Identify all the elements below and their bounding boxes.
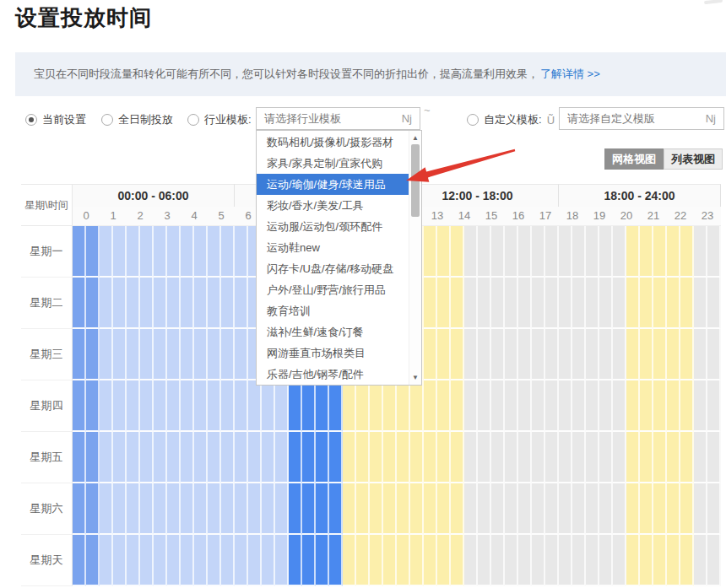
- time-cell[interactable]: [478, 329, 491, 380]
- time-cell[interactable]: [316, 535, 329, 586]
- time-cell[interactable]: [707, 278, 721, 329]
- dropdown-item[interactable]: 家具/家具定制/宜家代购: [257, 153, 409, 174]
- time-cell[interactable]: [559, 432, 572, 483]
- time-cell[interactable]: [694, 483, 707, 535]
- time-cell[interactable]: [208, 380, 221, 432]
- time-cell[interactable]: [73, 380, 86, 432]
- time-cell[interactable]: [181, 535, 194, 586]
- time-cell[interactable]: [626, 226, 640, 278]
- time-cell[interactable]: [586, 380, 599, 432]
- time-cell[interactable]: [73, 483, 86, 535]
- time-cell[interactable]: [235, 535, 248, 586]
- time-cell[interactable]: [221, 278, 235, 329]
- time-cell[interactable]: [113, 432, 127, 483]
- time-cell[interactable]: [437, 432, 451, 483]
- time-cell[interactable]: [559, 278, 572, 329]
- time-cell[interactable]: [518, 329, 532, 380]
- dropdown-item[interactable]: 彩妆/香水/美发/工具: [257, 195, 409, 216]
- time-cell[interactable]: [437, 329, 451, 380]
- time-cell[interactable]: [707, 432, 721, 483]
- time-cell[interactable]: [221, 535, 235, 586]
- time-cell[interactable]: [505, 329, 518, 380]
- dropdown-item[interactable]: 运动服/运动包/颈环配件: [257, 216, 409, 237]
- time-cell[interactable]: [140, 483, 154, 535]
- time-cell[interactable]: [208, 535, 221, 586]
- time-cell[interactable]: [599, 483, 613, 535]
- time-cell[interactable]: [221, 483, 235, 535]
- time-cell[interactable]: [572, 226, 586, 278]
- time-cell[interactable]: [491, 226, 505, 278]
- time-cell[interactable]: [464, 226, 478, 278]
- time-cell[interactable]: [73, 278, 86, 329]
- time-cell[interactable]: [194, 535, 208, 586]
- time-cell[interactable]: [667, 432, 680, 483]
- time-cell[interactable]: [464, 278, 478, 329]
- time-cell[interactable]: [154, 226, 167, 278]
- time-cell[interactable]: [397, 432, 410, 483]
- time-cell[interactable]: [505, 278, 518, 329]
- time-cell[interactable]: [572, 278, 586, 329]
- time-cell[interactable]: [680, 483, 694, 535]
- time-cell[interactable]: [127, 380, 140, 432]
- time-cell[interactable]: [302, 380, 316, 432]
- time-cell[interactable]: [586, 226, 599, 278]
- time-cell[interactable]: [113, 226, 127, 278]
- time-cell[interactable]: [100, 380, 113, 432]
- time-cell[interactable]: [248, 432, 262, 483]
- time-cell[interactable]: [518, 380, 532, 432]
- time-cell[interactable]: [613, 535, 626, 586]
- time-cell[interactable]: [667, 226, 680, 278]
- time-cell[interactable]: [383, 535, 397, 586]
- time-cell[interactable]: [559, 483, 572, 535]
- time-cell[interactable]: [100, 226, 113, 278]
- time-cell[interactable]: [343, 483, 356, 535]
- time-cell[interactable]: [532, 278, 545, 329]
- time-cell[interactable]: [680, 329, 694, 380]
- time-cell[interactable]: [707, 535, 721, 586]
- time-cell[interactable]: [694, 226, 707, 278]
- time-cell[interactable]: [559, 535, 572, 586]
- time-cell[interactable]: [181, 380, 194, 432]
- time-cell[interactable]: [707, 226, 721, 278]
- time-cell[interactable]: [424, 432, 437, 483]
- time-cell[interactable]: [73, 535, 86, 586]
- time-cell[interactable]: [383, 380, 397, 432]
- time-cell[interactable]: [491, 432, 505, 483]
- time-cell[interactable]: [640, 226, 653, 278]
- time-cell[interactable]: [640, 432, 653, 483]
- time-cell[interactable]: [100, 432, 113, 483]
- time-cell[interactable]: [167, 329, 181, 380]
- radio-industry-template[interactable]: 行业模板:: [187, 110, 252, 130]
- time-cell[interactable]: [491, 535, 505, 586]
- time-cell[interactable]: [316, 380, 329, 432]
- time-cell[interactable]: [464, 483, 478, 535]
- time-cell[interactable]: [221, 432, 235, 483]
- time-cell[interactable]: [640, 483, 653, 535]
- time-cell[interactable]: [289, 483, 302, 535]
- time-cell[interactable]: [478, 483, 491, 535]
- time-cell[interactable]: [667, 380, 680, 432]
- time-cell[interactable]: [167, 483, 181, 535]
- time-cell[interactable]: [410, 535, 424, 586]
- time-cell[interactable]: [478, 380, 491, 432]
- time-cell[interactable]: [694, 535, 707, 586]
- radio-custom-template[interactable]: 自定义模板: Ũ: [467, 110, 555, 130]
- time-cell[interactable]: [424, 278, 437, 329]
- time-cell[interactable]: [356, 483, 370, 535]
- time-cell[interactable]: [154, 329, 167, 380]
- time-cell[interactable]: [127, 535, 140, 586]
- time-cell[interactable]: [451, 432, 464, 483]
- time-cell[interactable]: [100, 483, 113, 535]
- time-cell[interactable]: [653, 535, 667, 586]
- time-cell[interactable]: [451, 483, 464, 535]
- time-cell[interactable]: [437, 278, 451, 329]
- learn-more-link[interactable]: 了解详情 >>: [540, 67, 600, 82]
- time-cell[interactable]: [694, 432, 707, 483]
- time-cell[interactable]: [86, 278, 100, 329]
- time-cell[interactable]: [437, 535, 451, 586]
- time-cell[interactable]: [680, 432, 694, 483]
- time-cell[interactable]: [194, 483, 208, 535]
- time-cell[interactable]: [572, 380, 586, 432]
- time-cell[interactable]: [667, 535, 680, 586]
- time-cell[interactable]: [235, 483, 248, 535]
